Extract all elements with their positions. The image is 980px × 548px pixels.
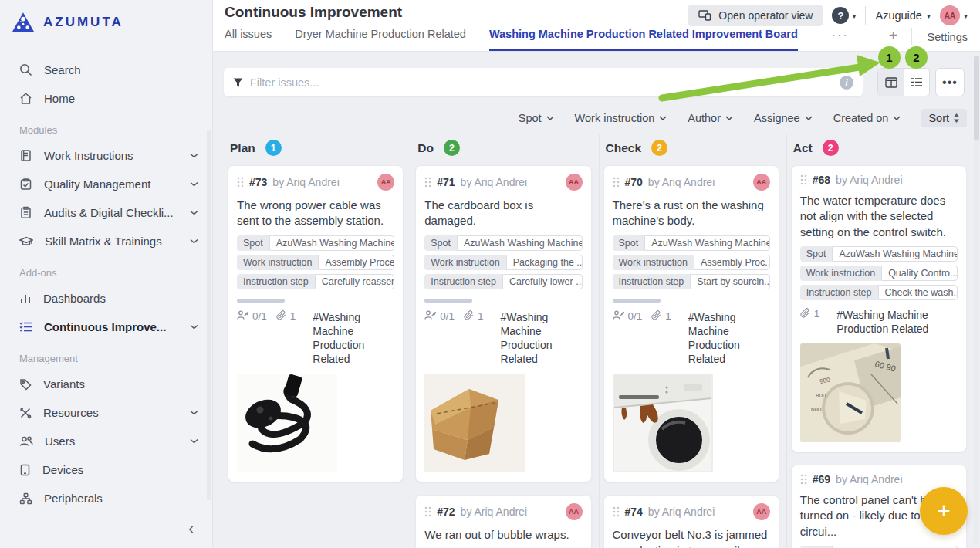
sort-button[interactable]: Sort [921, 109, 967, 127]
chevron-down-icon [190, 181, 198, 187]
caret-down-icon: ▾ [927, 12, 931, 20]
tag-value: Start by sourcin... [690, 274, 769, 289]
board-view-button[interactable] [878, 69, 904, 96]
clipboard-check-icon [19, 178, 32, 191]
chevron-down-icon [190, 410, 198, 415]
issue-hashtag[interactable]: #Washing Machine Production Related [836, 308, 958, 336]
assignee-count: 0/1 [628, 310, 643, 322]
issue-description: The water temperature does not align wit… [800, 193, 958, 240]
help-menu[interactable]: ? ▾ [832, 7, 856, 24]
view-toggle [877, 68, 930, 96]
column-count-badge: 2 [651, 140, 667, 156]
page-scrollbar[interactable] [974, 56, 979, 545]
page-title: Continuous Improvement [225, 4, 402, 21]
sidebar-item-users[interactable]: Users [0, 427, 212, 455]
sidebar-item-dashboards[interactable]: Dashboards [0, 284, 212, 313]
attachment-photo-rusty-washer[interactable] [613, 374, 713, 472]
tab-all-issues[interactable]: All issues [225, 28, 272, 51]
filter-author[interactable]: Author [688, 112, 733, 124]
filter-assignee[interactable]: Assignee [754, 112, 813, 124]
info-icon[interactable]: i [840, 76, 853, 90]
tag-key: Spot [424, 235, 457, 251]
drag-handle-icon[interactable] [613, 177, 620, 188]
filter-work-instruction[interactable]: Work instruction [575, 112, 667, 124]
sidebar-item-resources[interactable]: Resources [0, 398, 212, 427]
sidebar-item-continuous-improvement[interactable]: Continuous Improve... [0, 313, 212, 341]
issue-card-70[interactable]: #70 by Ariq Andrei AA There's a rust on … [603, 165, 779, 482]
azumuta-logo-icon [11, 12, 35, 33]
filter-spot[interactable]: Spot [519, 112, 554, 124]
sidebar-collapse-button[interactable]: ‹ [182, 516, 200, 540]
org-dropdown[interactable]: Azuguide ▾ [875, 9, 931, 22]
tag-value: AzuWash Washing Machine [644, 235, 770, 251]
filter-issues-input[interactable] [250, 76, 833, 89]
chevron-down-icon [546, 116, 554, 120]
create-issue-fab[interactable]: + [920, 487, 968, 535]
sidebar-item-work-instructions[interactable]: Work Instructions [0, 141, 212, 170]
issue-id: #72 [437, 506, 455, 518]
graduation-cap-icon [19, 235, 33, 248]
sidebar-item-search[interactable]: Search [0, 56, 212, 84]
tag-value: AzuWash Washing Machine [832, 246, 958, 262]
tag-key: Spot [613, 235, 645, 251]
sidebar-item-home[interactable]: Home [0, 84, 212, 113]
sidebar-item-peripherals[interactable]: Peripherals [0, 484, 212, 512]
drag-handle-icon[interactable] [613, 506, 620, 517]
annotation-step-1: 1 [878, 46, 901, 69]
kanban-icon [885, 77, 897, 88]
tag-value: Assembly Proces... [318, 255, 394, 270]
drag-handle-icon[interactable] [237, 177, 244, 188]
board-more-button[interactable]: ••• [935, 68, 965, 96]
header-actions: Open operator view ? ▾ Azuguide ▾ AA ▾ [688, 5, 968, 26]
filter-created-on[interactable]: Created on [833, 112, 901, 124]
issue-card-74[interactable]: #74 by Ariq Andrei AA Conveyor belt No.3… [603, 495, 779, 548]
tab-washing-board[interactable]: Washing Machine Production Related Impro… [489, 28, 798, 51]
attachment-photo-power-cable[interactable] [237, 374, 337, 472]
chevron-down-icon [893, 116, 901, 120]
drag-handle-icon[interactable] [800, 474, 807, 485]
open-operator-view-button[interactable]: Open operator view [688, 5, 823, 26]
top-bar: Continuous Improvement Open operator vie… [213, 0, 980, 52]
sidebar-item-skill-matrix[interactable]: Skill Matrix & Trainings [0, 227, 212, 255]
paperclip-icon [464, 310, 474, 320]
tag-key: Work instruction [613, 255, 694, 270]
caret-down-icon: ▾ [852, 12, 856, 20]
issue-hashtag[interactable]: #Washing Machine Production Related [313, 310, 394, 367]
issue-hashtag[interactable]: #Washing Machine Production Related [688, 310, 770, 367]
progress-bar [424, 299, 472, 303]
caret-down-icon: ▾ [964, 12, 968, 20]
drag-handle-icon[interactable] [424, 506, 431, 517]
issue-byline: by Ariq Andrei [648, 506, 748, 518]
tab-dryer-board[interactable]: Dryer Machine Production Related [295, 28, 466, 51]
tag-key: Spot [800, 246, 833, 262]
tag-key: Work instruction [800, 266, 881, 281]
attachment-photo-control-knob[interactable]: 60 90900800600 [800, 343, 901, 442]
user-menu[interactable]: AA ▾ [940, 5, 968, 25]
issue-byline: by Ariq Andrei [836, 174, 958, 186]
sidebar-item-quality-management[interactable]: Quality Management [0, 170, 212, 198]
attachment-photo-cardboard[interactable] [424, 374, 525, 472]
brand-logo[interactable]: AZUMUTA [0, 0, 212, 34]
paperclip-icon [276, 310, 286, 320]
drag-handle-icon[interactable] [800, 174, 807, 185]
sidebar-item-devices[interactable]: Devices [0, 455, 212, 484]
issue-byline: by Ariq Andrei [461, 506, 560, 518]
sidebar-scrollbar[interactable] [207, 130, 211, 500]
issue-card-71[interactable]: #71 by Ariq Andrei AA The cardboard box … [415, 165, 591, 482]
chevron-down-icon [190, 153, 198, 158]
list-view-button[interactable] [904, 69, 929, 96]
drag-handle-icon[interactable] [424, 177, 431, 188]
board-settings-button[interactable]: Settings [928, 31, 968, 43]
tag-key: Instruction step [800, 285, 878, 300]
issue-card-72[interactable]: #72 by Ariq Andrei AA We ran out of bubb… [415, 495, 591, 548]
tablet-icon [19, 464, 31, 476]
chevron-down-icon [805, 116, 813, 120]
sidebar-item-audits-checklists[interactable]: Audits & Digital Checkli... [0, 198, 212, 227]
issue-id: #74 [625, 506, 643, 518]
issue-card-73[interactable]: #73 by Ariq Andrei AA The wrong power ca… [228, 165, 404, 482]
sidebar-item-variants[interactable]: Variants [0, 370, 212, 398]
issue-card-68[interactable]: #68 by Ariq Andrei The water temperature… [791, 165, 967, 452]
issue-hashtag[interactable]: #Washing Machine Production Related [501, 310, 583, 367]
tabs-more-icon[interactable]: ··· [832, 29, 849, 51]
tag-key: Work instruction [237, 255, 318, 270]
